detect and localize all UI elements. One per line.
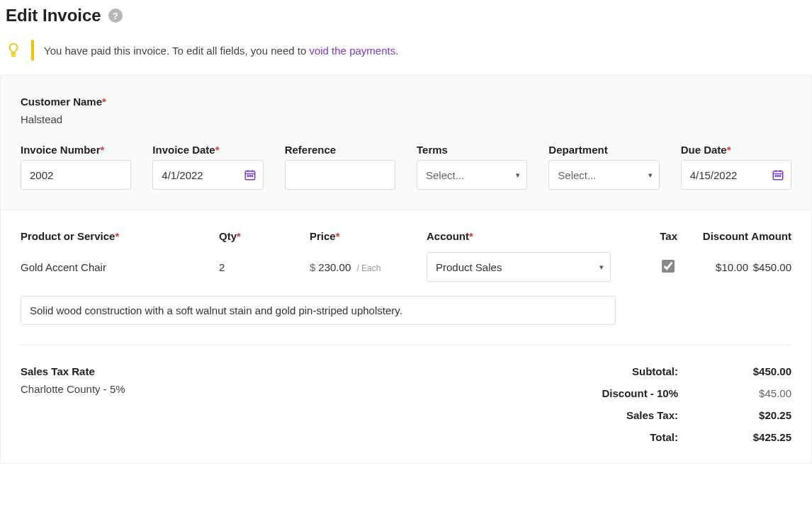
customer-name-field: Customer Name* Halstead <box>21 96 791 125</box>
tip-accent-divider <box>31 40 34 61</box>
sales-tax-value: $20.25 <box>706 409 791 421</box>
page-header: Edit Invoice ? <box>0 0 812 34</box>
lightbulb-icon <box>6 42 21 58</box>
sales-tax-rate-section: Sales Tax Rate Charlotte County - 5% <box>21 365 125 443</box>
discount-label: Discount - 10% <box>602 387 678 399</box>
tip-bar: You have paid this invoice. To edit all … <box>0 34 812 75</box>
sales-tax-rate-value: Charlotte County - 5% <box>21 383 125 395</box>
tax-checkbox[interactable] <box>662 260 675 273</box>
invoice-date-label: Invoice Date* <box>152 144 263 156</box>
line-product-value: Gold Accent Chair <box>21 261 219 273</box>
invoice-number-field: Invoice Number* <box>21 144 131 190</box>
help-icon[interactable]: ? <box>108 8 123 23</box>
tip-prefix: You have paid this invoice. To edit all … <box>44 45 309 57</box>
col-price-header: Price* <box>310 230 427 242</box>
department-select[interactable]: Select... <box>548 160 659 190</box>
tip-suffix: . <box>395 45 398 57</box>
discount-value: $45.00 <box>706 387 791 399</box>
invoice-number-input[interactable] <box>21 160 131 190</box>
line-tax-cell <box>633 260 677 275</box>
line-items-header-row: Product or Service* Qty* Price* Account*… <box>21 230 791 242</box>
svg-point-5 <box>249 176 251 177</box>
subtotal-value: $450.00 <box>706 365 791 377</box>
totals-section: Sales Tax Rate Charlotte County - 5% Sub… <box>21 345 791 443</box>
line-items-section: Product or Service* Qty* Price* Account*… <box>0 210 812 464</box>
sales-tax-label: Sales Tax: <box>602 409 678 421</box>
terms-label: Terms <box>417 144 527 156</box>
line-amount-value: $450.00 <box>748 261 791 273</box>
col-discount-header: Discount <box>677 230 748 242</box>
department-label: Department <box>548 144 659 156</box>
invoice-form-card: Customer Name* Halstead Invoice Number* … <box>0 75 812 210</box>
totals-grid: Subtotal: $450.00 Discount - 10% $45.00 … <box>602 365 791 443</box>
total-value: $425.25 <box>706 431 791 443</box>
account-select[interactable]: Product Sales <box>427 252 611 282</box>
reference-field: Reference <box>285 144 395 190</box>
svg-point-12 <box>777 176 779 177</box>
svg-point-13 <box>779 176 781 177</box>
invoice-number-label: Invoice Number* <box>21 144 131 156</box>
line-price-value: $230.00 / Each <box>310 261 427 273</box>
col-amount-header: Amount <box>748 230 791 242</box>
due-date-field: Due Date* <box>681 144 791 190</box>
line-discount-value: $10.00 <box>677 261 748 273</box>
due-date-calendar-icon[interactable] <box>772 168 784 181</box>
terms-select[interactable]: Select... <box>417 160 527 190</box>
total-label: Total: <box>602 431 678 443</box>
customer-name-value: Halstead <box>21 113 791 125</box>
subtotal-label: Subtotal: <box>602 365 678 377</box>
col-tax-header: Tax <box>633 230 677 242</box>
customer-name-label: Customer Name* <box>21 96 791 108</box>
invoice-date-field: Invoice Date* <box>152 144 263 190</box>
line-description[interactable]: Solid wood construction with a soft waln… <box>21 296 616 325</box>
tip-text: You have paid this invoice. To edit all … <box>44 45 398 57</box>
svg-point-11 <box>775 176 777 177</box>
reference-input[interactable] <box>285 160 395 190</box>
line-qty-value: 2 <box>219 261 310 273</box>
page-title: Edit Invoice <box>6 6 101 25</box>
line-account-cell: Product Sales ▾ <box>427 252 633 282</box>
svg-point-6 <box>252 176 253 177</box>
terms-field: Terms Select... ▾ <box>417 144 527 190</box>
line-item-row: Gold Accent Chair 2 $230.00 / Each Produ… <box>21 252 791 282</box>
col-qty-header: Qty* <box>219 230 310 242</box>
svg-point-4 <box>247 176 249 177</box>
due-date-label: Due Date* <box>681 144 791 156</box>
col-product-header: Product or Service* <box>21 230 219 242</box>
reference-label: Reference <box>285 144 395 156</box>
invoice-date-calendar-icon[interactable] <box>244 168 256 181</box>
department-field: Department Select... ▾ <box>548 144 659 190</box>
invoice-fields-row: Invoice Number* Invoice Date* <box>21 144 791 190</box>
price-unit: / Each <box>356 263 380 273</box>
col-account-header: Account* <box>427 230 633 242</box>
sales-tax-rate-label: Sales Tax Rate <box>21 365 125 377</box>
void-payments-link[interactable]: void the payments <box>309 45 395 57</box>
